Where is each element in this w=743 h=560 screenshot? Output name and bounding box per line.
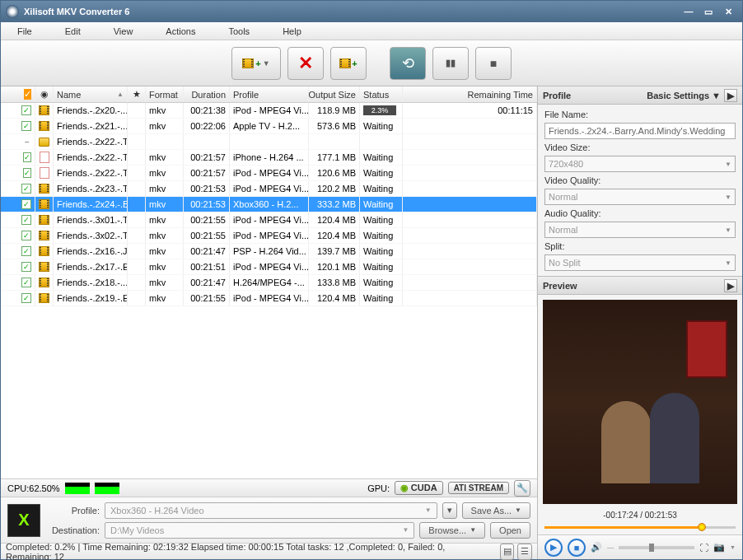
- table-row[interactable]: ✓Friends.-.2x19.-.E...mkv00:21:55iPod - …: [1, 291, 537, 306]
- refresh-icon: ⟲: [402, 54, 414, 72]
- menu-file[interactable]: File: [17, 26, 32, 36]
- volume-slider[interactable]: [619, 546, 694, 549]
- file-name-label: File Name:: [544, 110, 736, 119]
- play-button[interactable]: ▶: [544, 539, 563, 557]
- profile-panel-title: Profile: [543, 91, 571, 100]
- app-logo-icon: [6, 5, 19, 18]
- profile-target-icon: X: [7, 504, 40, 537]
- maximize-button[interactable]: ▭: [699, 4, 717, 19]
- table-row[interactable]: ✓Friends.-.2x17.-.E...mkv00:21:51iPod - …: [1, 259, 537, 275]
- preview-collapse-button[interactable]: ▶: [724, 279, 737, 292]
- film-icon: [39, 199, 49, 209]
- add-output-button[interactable]: +: [330, 47, 367, 80]
- profile-collapse-button[interactable]: ▶: [724, 89, 737, 102]
- film-plus-icon: [339, 58, 351, 68]
- status-text: Completed: 0.2% | Time Remaining: 02:19:…: [6, 542, 493, 561]
- delete-icon: ✕: [298, 53, 313, 74]
- gpu-settings-button[interactable]: 🔧: [514, 480, 530, 497]
- close-button[interactable]: ✕: [719, 4, 737, 19]
- preview-header: Preview ▶: [538, 277, 742, 295]
- menu-tools[interactable]: Tools: [228, 26, 250, 36]
- row-checkbox[interactable]: ✓: [21, 246, 31, 256]
- toolbar: +▼ ✕ + ⟲ ▮▮ ■: [1, 40, 742, 86]
- minimize-button[interactable]: —: [680, 4, 698, 19]
- table-row[interactable]: ✓Friends.-.2x16.-.J...mkv00:21:47PSP - H…: [1, 244, 537, 259]
- fullscreen-button[interactable]: ⛶: [699, 543, 708, 553]
- col-status[interactable]: Status: [360, 86, 403, 102]
- row-checkbox[interactable]: ✓: [21, 231, 31, 240]
- snapshot-button[interactable]: 📷: [713, 542, 725, 553]
- table-row[interactable]: ✓Friends.-.2x18.-....mkv00:21:47H.264/MP…: [1, 275, 537, 291]
- preview-panel: Preview ▶ -00:17:24 / 00:21:53 ▶ ■: [538, 276, 742, 559]
- destination-select[interactable]: D:\My Videos▼: [105, 522, 414, 539]
- doc-icon: [40, 167, 49, 179]
- col-star[interactable]: ★: [128, 86, 146, 102]
- add-file-button[interactable]: +▼: [231, 47, 281, 80]
- film-icon: [39, 293, 49, 303]
- pause-button[interactable]: ▮▮: [432, 47, 469, 80]
- table-body[interactable]: ✓Friends.-.2x20.-....mkv00:21:38iPod - M…: [1, 103, 537, 478]
- col-duration[interactable]: Duration: [184, 86, 230, 102]
- titlebar[interactable]: Xilisoft MKV Converter 6 — ▭ ✕: [1, 1, 742, 22]
- stop-preview-button[interactable]: ■: [568, 539, 586, 557]
- table-row[interactable]: ✓Friends.-.2x22.-.T...mkv00:21:57iPhone …: [1, 150, 537, 166]
- convert-button[interactable]: ⟲: [390, 47, 426, 80]
- row-checkbox[interactable]: ✓: [21, 199, 31, 209]
- col-remaining[interactable]: Remaining Time: [403, 86, 537, 102]
- stop-button[interactable]: ■: [475, 47, 512, 80]
- audio-quality-label: Audio Quality:: [544, 208, 736, 218]
- file-name-input[interactable]: [544, 123, 736, 139]
- row-checkbox[interactable]: ✓: [21, 293, 31, 303]
- col-format[interactable]: Format: [146, 86, 184, 102]
- preview-video[interactable]: [543, 300, 737, 504]
- row-checkbox[interactable]: ✓: [23, 152, 31, 162]
- row-checkbox[interactable]: ✓: [21, 105, 31, 115]
- menu-actions[interactable]: Actions: [166, 26, 195, 36]
- col-name[interactable]: Name▲: [54, 86, 128, 102]
- volume-icon[interactable]: 🔊: [591, 542, 602, 553]
- cuda-badge[interactable]: ◉ CUDA: [395, 481, 443, 495]
- film-icon: [39, 121, 49, 131]
- row-checkbox[interactable]: ✓: [21, 262, 31, 272]
- table-row[interactable]: ✓Friends.-.3x01.-.T...mkv00:21:55iPod - …: [1, 212, 537, 228]
- row-checkbox[interactable]: ✓: [21, 278, 31, 287]
- menu-help[interactable]: Help: [283, 26, 301, 36]
- expand-icon[interactable]: −: [23, 138, 31, 147]
- table-row[interactable]: ✓Friends.-.2x22.-.T...mkv00:21:57iPod - …: [1, 166, 537, 181]
- row-checkbox[interactable]: ✓: [23, 168, 31, 178]
- window-title: Xilisoft MKV Converter 6: [24, 7, 678, 16]
- table-row[interactable]: −Friends.-.2x22.-.T...: [1, 134, 537, 150]
- video-size-select[interactable]: 720x480: [544, 156, 736, 172]
- preview-seek-slider[interactable]: [544, 523, 736, 533]
- ati-badge[interactable]: ATI STREAM: [448, 482, 509, 494]
- col-profile[interactable]: Profile: [230, 86, 309, 102]
- play-icon: ▶: [550, 542, 557, 553]
- remove-button[interactable]: ✕: [287, 47, 324, 80]
- profile-dropdown-more-button[interactable]: ▾: [442, 502, 457, 519]
- table-row[interactable]: ✓Friends.-.2x21.-....mkv00:22:06Apple TV…: [1, 119, 537, 134]
- menu-edit[interactable]: Edit: [65, 26, 81, 36]
- save-as-button[interactable]: Save As... ▼: [462, 502, 530, 519]
- table-row[interactable]: ✓Friends.-.3x02.-.T...mkv00:21:55iPod - …: [1, 228, 537, 244]
- video-quality-select[interactable]: Normal: [544, 189, 736, 205]
- log-button[interactable]: ▤: [500, 544, 515, 560]
- row-checkbox[interactable]: ✓: [21, 121, 31, 131]
- row-checkbox[interactable]: ✓: [21, 184, 31, 194]
- col-check[interactable]: ✓: [1, 86, 35, 102]
- row-checkbox[interactable]: ✓: [21, 215, 31, 225]
- basic-settings-toggle[interactable]: Basic Settings ▼: [647, 91, 721, 100]
- table-row[interactable]: ✓Friends.-.2x24.-.B...mkv00:21:53Xbox360…: [1, 197, 537, 212]
- col-output-size[interactable]: Output Size: [309, 86, 360, 102]
- film-icon: [39, 278, 49, 287]
- col-type[interactable]: ◉: [35, 86, 54, 102]
- audio-quality-select[interactable]: Normal: [544, 222, 736, 238]
- table-row[interactable]: ✓Friends.-.2x20.-....mkv00:21:38iPod - M…: [1, 103, 537, 119]
- table-row[interactable]: ✓Friends.-.2x23.-.T...mkv00:21:53iPod - …: [1, 181, 537, 197]
- gpu-label: GPU:: [367, 483, 390, 493]
- split-select[interactable]: No Split: [544, 254, 736, 271]
- open-button[interactable]: Open: [490, 522, 530, 539]
- browse-button[interactable]: Browse... ▼: [419, 522, 485, 539]
- list-button[interactable]: ☰: [517, 544, 532, 560]
- profile-select[interactable]: Xbox360 - H.264 Video▼: [105, 502, 437, 519]
- menu-view[interactable]: View: [114, 26, 133, 36]
